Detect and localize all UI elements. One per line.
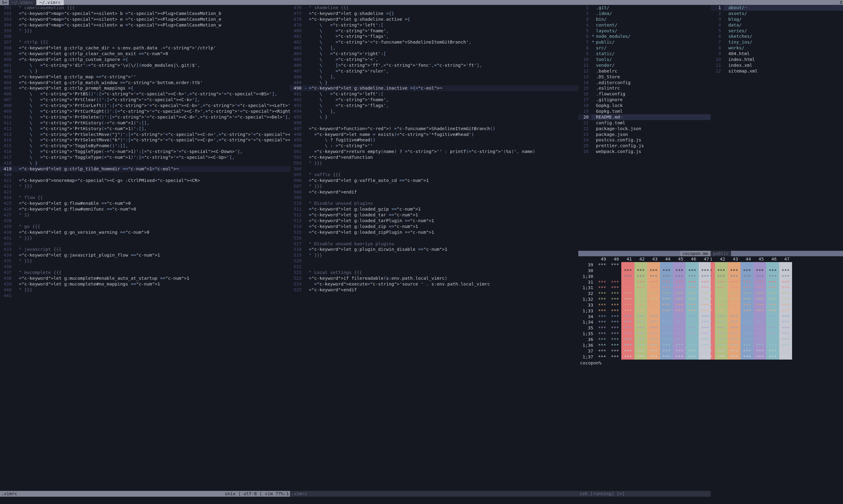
file-item[interactable]: 7*public/ (578, 39, 711, 45)
code-line[interactable]: 437 " mucomplete {{{ (0, 270, 290, 275)
file-item[interactable]: 1 about/¬ (711, 5, 843, 11)
code-line[interactable]: 495 \ } (290, 114, 578, 120)
code-line[interactable]: 481 \ ="c-string">'flags', (290, 34, 578, 39)
code-line[interactable]: 408 \ ="c-string">'PrtCurLeft()': [="c-s… (0, 103, 290, 108)
code-line[interactable]: 501 ="c-keyword">return empty(name) ? ="… (290, 149, 578, 155)
code-line[interactable]: 436 (0, 264, 290, 270)
file-item[interactable]: 22 package-lock.json (578, 126, 711, 132)
file-item[interactable]: 3 bin/ (578, 16, 711, 22)
code-line[interactable]: 487 \ ="c-string">'ruler', (290, 68, 578, 74)
file-item[interactable]: 25 prettier.config.js (578, 143, 711, 149)
code-line[interactable]: 398 ="c-keyword">let g:ctrlp_cache_dir =… (0, 45, 290, 51)
code-line[interactable]: 476" shadeline {{{ (290, 5, 578, 11)
file-item[interactable]: 26 webpack.config.js (578, 149, 711, 155)
code-line[interactable]: 438 ="c-keyword">let g:mucomplete#enable… (0, 275, 290, 281)
code-line[interactable]: 429 " go {{{ (0, 224, 290, 230)
code-line[interactable]: 412 \ ="c-string">'PrtHistory(="c-num">1… (0, 126, 290, 132)
code-line[interactable]: 477="c-keyword">let g:shadeline = {} (290, 11, 578, 16)
code-line[interactable]: 420 (0, 172, 290, 178)
code-line[interactable]: 392 ="c-keyword">map ="c-special"><silen… (0, 11, 290, 16)
code-line[interactable]: 441 (0, 293, 290, 299)
code-line[interactable]: 498 ="c-keyword">let name = exists(="c-s… (290, 132, 578, 138)
file-item[interactable]: 20 README.md¬ (578, 114, 711, 120)
code-line[interactable]: 500 \ : ="c-string">'' (290, 143, 578, 149)
code-line[interactable]: 439 ="c-keyword">let g:mucomplete#no_map… (0, 281, 290, 287)
code-line[interactable]: 434 ="c-keyword">let g:javascript_plugin… (0, 252, 290, 258)
code-line[interactable]: 407 \ ="c-string">'PrtClear()': [="c-str… (0, 97, 290, 103)
code-line[interactable]: 416 \ ="c-string">'ToggleType(-="c-num">… (0, 149, 290, 155)
file-item[interactable]: 8 works/ (711, 45, 843, 51)
file-item[interactable]: 5 series/ (711, 28, 843, 34)
file-item[interactable]: 6 sketches/ (711, 34, 843, 39)
file-item[interactable]: 4 data/ (711, 22, 843, 28)
code-line[interactable]: 414 \ ="c-string">'PrtSelectMove("k")': … (0, 137, 290, 143)
code-line[interactable]: 428 (0, 218, 290, 224)
file-item[interactable]: 12 sitemap.xml (711, 68, 843, 74)
file-item[interactable]: 17 .gitignore (578, 97, 711, 103)
code-line[interactable]: 494 \ ], (290, 108, 578, 114)
code-line[interactable]: 404 ="c-keyword">let g:ctrlp_match_windo… (0, 80, 290, 86)
code-line[interactable]: 522" Local settings {{{ (290, 270, 578, 275)
code-line[interactable]: 490▸="c-keyword">let g:shadeline.inactiv… (290, 85, 578, 91)
code-line[interactable]: 484 \ ="c-string">'right': [ (290, 51, 578, 57)
file-item[interactable]: 21 config.toml (578, 120, 711, 126)
file-item[interactable]: 3 blog/ (711, 16, 843, 22)
file-item[interactable]: 18 Gopkg.lock (578, 103, 711, 108)
file-item[interactable]: 10 tools/ (578, 57, 711, 62)
code-line[interactable]: 426 ="c-keyword">let g:flow#omnifunc = =… (0, 206, 290, 212)
code-line[interactable]: 496 (290, 120, 578, 126)
file-item[interactable]: 5 layouts/ (578, 28, 711, 34)
code-line[interactable]: 488 \ ], (290, 74, 578, 80)
file-item[interactable]: 16 .flowconfig (578, 91, 711, 97)
code-line[interactable]: 395 " }}} (0, 28, 290, 34)
code-line[interactable]: 430 ="c-keyword">let g:go_version_warnin… (0, 230, 290, 235)
code-line[interactable]: 391 " camelcasemotion {{{ (0, 5, 290, 11)
file-item[interactable]: 12 .babelrc (578, 68, 711, 74)
terminal-tab-inactive[interactable]: public (711, 251, 731, 256)
code-line[interactable]: 403 ="c-keyword">let g:ctrlp_map = ="c-s… (0, 74, 290, 80)
code-line[interactable]: 425 ="c-keyword">let g:flow#enable = ="c… (0, 200, 290, 206)
file-item[interactable]: 19 Gopkg.toml (578, 108, 711, 114)
code-line[interactable]: 410 \ ="c-string">'PrtDelete()': [="c-st… (0, 114, 290, 120)
tab-inactive[interactable]: ~/.vimrc (9, 0, 36, 5)
code-line[interactable]: 503" }}} (290, 160, 578, 166)
command-line[interactable] (0, 497, 843, 504)
code-line[interactable]: 524 ="c-keyword">execute ="c-string">'so… (290, 281, 578, 287)
code-line[interactable]: 405 ="c-keyword">let g:ctrlp_prompt_mapp… (0, 85, 290, 91)
code-line[interactable]: 423 (0, 189, 290, 195)
file-item[interactable]: 9 404.html (711, 51, 843, 57)
code-line[interactable]: 399 ="c-keyword">let g:ctrlp_clear_cache… (0, 51, 290, 57)
code-line[interactable]: 418 \ } (0, 160, 290, 166)
file-item[interactable]: 11 vendor/ (578, 62, 711, 68)
code-line[interactable]: 512="c-keyword">let g:loaded_tar = ="c-n… (290, 212, 578, 218)
file-item[interactable]: 23 package.json (578, 132, 711, 138)
code-line[interactable]: 397 " ctrlp {{{ (0, 39, 290, 45)
code-line[interactable]: 521 (290, 264, 578, 270)
file-item[interactable]: 14 .editorconfig (578, 80, 711, 86)
file-item[interactable]: 9 static/ (578, 51, 711, 57)
code-line[interactable]: 517" Disable unused kaoriya plugins (290, 241, 578, 247)
code-line[interactable]: 509 (290, 195, 578, 200)
file-item[interactable]: 7 tiny_ios/ (711, 39, 843, 45)
code-line[interactable]: 493 \ ="c-string">'flags', (290, 103, 578, 108)
code-line[interactable]: 516 (290, 235, 578, 241)
code-line[interactable]: 499 \ ? fugitive#head() (290, 137, 578, 143)
code-line[interactable]: 482 \ ="c-string">'="c-funcname">Shadeli… (290, 39, 578, 45)
file-item[interactable]: 6*node_modules/ (578, 34, 711, 39)
file-item[interactable]: 1 .git/ (578, 5, 711, 11)
code-line[interactable]: 422 " }}} (0, 183, 290, 189)
file-item[interactable]: 8 src/ (578, 45, 711, 51)
tab-active[interactable]: ~/.vimrc (36, 0, 64, 5)
code-line[interactable]: 497="c-keyword">function="c-red">! ="c-f… (290, 126, 578, 132)
code-line[interactable]: 511="c-keyword">let g:loaded_gzip = ="c-… (290, 206, 578, 212)
tab-close-button[interactable]: X (840, 0, 842, 5)
terminal-prompt[interactable]: cocopon% (578, 360, 711, 366)
file-browser-pane-1[interactable]: 1 .git/2 .idea/3 bin/4 content/5 layouts… (578, 5, 711, 497)
file-item[interactable]: 10 index.html (711, 57, 843, 62)
file-item[interactable]: 13 .DS_Store (578, 74, 711, 80)
code-line[interactable]: 396 (0, 34, 290, 39)
code-line[interactable]: 478="c-keyword">let g:shadeline.active =… (290, 16, 578, 22)
code-line[interactable]: 483 \ ], (290, 45, 578, 51)
file-item[interactable]: 4 content/ (578, 22, 711, 28)
code-line[interactable]: 507" }}} (290, 183, 578, 189)
